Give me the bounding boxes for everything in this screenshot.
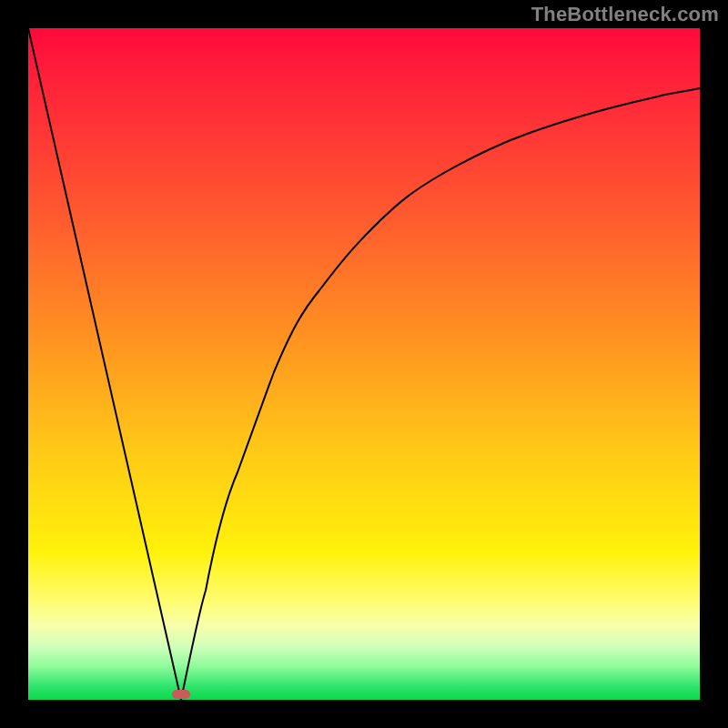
chart-curve: [28, 28, 700, 700]
curve-left-edge: [28, 28, 181, 700]
curve-right-ascending: [181, 88, 700, 700]
valley-marker: [172, 690, 190, 699]
watermark: TheBottleneck.com: [531, 3, 719, 26]
chart-stage: TheBottleneck.com: [0, 0, 728, 728]
